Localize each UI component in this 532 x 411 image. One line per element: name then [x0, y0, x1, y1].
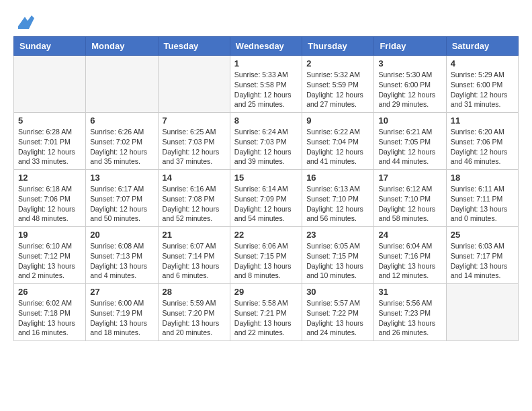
day-info: Sunrise: 6:11 AM Sunset: 7:11 PM Dayligh… [451, 184, 514, 224]
day-number: 25 [451, 230, 514, 240]
day-number: 7 [163, 116, 226, 126]
svg-marker-0 [18, 15, 34, 29]
day-info: Sunrise: 6:12 AM Sunset: 7:10 PM Dayligh… [378, 184, 441, 224]
day-number: 19 [18, 230, 81, 240]
calendar-cell: 17Sunrise: 6:12 AM Sunset: 7:10 PM Dayli… [374, 170, 446, 227]
day-info: Sunrise: 6:18 AM Sunset: 7:06 PM Dayligh… [18, 184, 81, 224]
day-number: 16 [306, 173, 369, 183]
calendar-cell: 27Sunrise: 6:00 AM Sunset: 7:19 PM Dayli… [86, 284, 158, 341]
calendar-cell: 19Sunrise: 6:10 AM Sunset: 7:12 PM Dayli… [14, 227, 86, 284]
calendar-cell: 12Sunrise: 6:18 AM Sunset: 7:06 PM Dayli… [14, 170, 86, 227]
day-info: Sunrise: 6:06 AM Sunset: 7:15 PM Dayligh… [234, 241, 298, 281]
day-info: Sunrise: 6:13 AM Sunset: 7:10 PM Dayligh… [306, 184, 369, 224]
calendar-cell: 7Sunrise: 6:25 AM Sunset: 7:03 PM Daylig… [158, 113, 230, 170]
day-info: Sunrise: 6:03 AM Sunset: 7:17 PM Dayligh… [451, 241, 514, 281]
day-info: Sunrise: 5:29 AM Sunset: 6:00 PM Dayligh… [451, 70, 514, 109]
calendar-cell [86, 56, 158, 113]
day-info: Sunrise: 6:10 AM Sunset: 7:12 PM Dayligh… [18, 241, 81, 281]
calendar-cell: 21Sunrise: 6:07 AM Sunset: 7:14 PM Dayli… [158, 227, 230, 284]
day-info: Sunrise: 6:08 AM Sunset: 7:13 PM Dayligh… [90, 241, 153, 281]
day-number: 23 [306, 230, 369, 240]
calendar-cell: 11Sunrise: 6:20 AM Sunset: 7:06 PM Dayli… [446, 113, 518, 170]
day-info: Sunrise: 5:33 AM Sunset: 5:58 PM Dayligh… [234, 70, 298, 109]
day-number: 27 [90, 287, 153, 297]
calendar-cell: 29Sunrise: 5:58 AM Sunset: 7:21 PM Dayli… [230, 284, 302, 341]
day-number: 2 [306, 58, 369, 68]
day-number: 10 [378, 116, 441, 126]
calendar-cell [446, 284, 518, 341]
day-number: 17 [378, 173, 441, 183]
day-number: 22 [234, 230, 298, 240]
calendar-cell: 13Sunrise: 6:17 AM Sunset: 7:07 PM Dayli… [86, 170, 158, 227]
day-number: 24 [378, 230, 441, 240]
calendar-cell: 8Sunrise: 6:24 AM Sunset: 7:03 PM Daylig… [230, 113, 302, 170]
calendar-cell: 10Sunrise: 6:21 AM Sunset: 7:05 PM Dayli… [374, 113, 446, 170]
calendar-cell: 16Sunrise: 6:13 AM Sunset: 7:10 PM Dayli… [302, 170, 374, 227]
calendar-cell: 25Sunrise: 6:03 AM Sunset: 7:17 PM Dayli… [446, 227, 518, 284]
calendar-cell: 22Sunrise: 6:06 AM Sunset: 7:15 PM Dayli… [230, 227, 302, 284]
calendar-cell: 28Sunrise: 5:59 AM Sunset: 7:20 PM Dayli… [158, 284, 230, 341]
day-info: Sunrise: 5:56 AM Sunset: 7:23 PM Dayligh… [378, 298, 441, 338]
calendar-week-row: 1Sunrise: 5:33 AM Sunset: 5:58 PM Daylig… [14, 56, 519, 113]
calendar-cell: 31Sunrise: 5:56 AM Sunset: 7:23 PM Dayli… [374, 284, 446, 341]
day-info: Sunrise: 6:25 AM Sunset: 7:03 PM Dayligh… [163, 127, 226, 167]
calendar-cell: 4Sunrise: 5:29 AM Sunset: 6:00 PM Daylig… [446, 56, 518, 113]
day-info: Sunrise: 6:00 AM Sunset: 7:19 PM Dayligh… [90, 298, 153, 338]
calendar-cell: 1Sunrise: 5:33 AM Sunset: 5:58 PM Daylig… [230, 56, 302, 113]
calendar-cell: 5Sunrise: 6:28 AM Sunset: 7:01 PM Daylig… [14, 113, 86, 170]
day-number: 18 [451, 173, 514, 183]
day-info: Sunrise: 6:04 AM Sunset: 7:16 PM Dayligh… [378, 241, 441, 281]
day-info: Sunrise: 6:16 AM Sunset: 7:08 PM Dayligh… [163, 184, 226, 224]
calendar-cell: 14Sunrise: 6:16 AM Sunset: 7:08 PM Dayli… [158, 170, 230, 227]
day-number: 4 [451, 58, 514, 68]
day-number: 12 [18, 173, 81, 183]
day-number: 15 [234, 173, 298, 183]
calendar-table: SundayMondayTuesdayWednesdayThursdayFrid… [13, 36, 519, 341]
day-number: 13 [90, 173, 153, 183]
calendar-cell: 26Sunrise: 6:02 AM Sunset: 7:18 PM Dayli… [14, 284, 86, 341]
calendar-week-row: 12Sunrise: 6:18 AM Sunset: 7:06 PM Dayli… [14, 170, 519, 227]
weekday-header-monday: Monday [86, 37, 158, 56]
day-info: Sunrise: 6:21 AM Sunset: 7:05 PM Dayligh… [378, 127, 441, 167]
day-info: Sunrise: 6:05 AM Sunset: 7:15 PM Dayligh… [306, 241, 369, 281]
day-info: Sunrise: 5:30 AM Sunset: 6:00 PM Dayligh… [378, 70, 441, 109]
weekday-header-friday: Friday [374, 37, 446, 56]
day-info: Sunrise: 6:22 AM Sunset: 7:04 PM Dayligh… [306, 127, 369, 167]
day-number: 30 [306, 287, 369, 297]
day-info: Sunrise: 6:24 AM Sunset: 7:03 PM Dayligh… [234, 127, 298, 167]
day-info: Sunrise: 6:20 AM Sunset: 7:06 PM Dayligh… [451, 127, 514, 167]
calendar-cell: 3Sunrise: 5:30 AM Sunset: 6:00 PM Daylig… [374, 56, 446, 113]
day-info: Sunrise: 5:58 AM Sunset: 7:21 PM Dayligh… [234, 298, 298, 338]
day-info: Sunrise: 6:28 AM Sunset: 7:01 PM Dayligh… [18, 127, 81, 167]
calendar-cell: 6Sunrise: 6:26 AM Sunset: 7:02 PM Daylig… [86, 113, 158, 170]
day-info: Sunrise: 5:57 AM Sunset: 7:22 PM Dayligh… [306, 298, 369, 338]
day-number: 11 [451, 116, 514, 126]
day-number: 21 [163, 230, 226, 240]
weekday-header-tuesday: Tuesday [158, 37, 230, 56]
calendar-cell: 9Sunrise: 6:22 AM Sunset: 7:04 PM Daylig… [302, 113, 374, 170]
day-number: 9 [306, 116, 369, 126]
page-header [13, 13, 519, 30]
day-info: Sunrise: 6:07 AM Sunset: 7:14 PM Dayligh… [163, 241, 226, 281]
weekday-header-wednesday: Wednesday [230, 37, 302, 56]
day-info: Sunrise: 5:59 AM Sunset: 7:20 PM Dayligh… [163, 298, 226, 338]
calendar-week-row: 19Sunrise: 6:10 AM Sunset: 7:12 PM Dayli… [14, 227, 519, 284]
calendar-week-row: 26Sunrise: 6:02 AM Sunset: 7:18 PM Dayli… [14, 284, 519, 341]
calendar-cell: 15Sunrise: 6:14 AM Sunset: 7:09 PM Dayli… [230, 170, 302, 227]
day-number: 1 [234, 58, 298, 68]
weekday-header-thursday: Thursday [302, 37, 374, 56]
day-info: Sunrise: 6:02 AM Sunset: 7:18 PM Dayligh… [18, 298, 81, 338]
day-number: 3 [378, 58, 441, 68]
weekday-header-sunday: Sunday [14, 37, 86, 56]
day-number: 20 [90, 230, 153, 240]
day-number: 26 [18, 287, 81, 297]
day-number: 29 [234, 287, 298, 297]
day-number: 31 [378, 287, 441, 297]
day-number: 8 [234, 116, 298, 126]
calendar-cell: 18Sunrise: 6:11 AM Sunset: 7:11 PM Dayli… [446, 170, 518, 227]
day-number: 28 [163, 287, 226, 297]
day-number: 14 [163, 173, 226, 183]
calendar-cell [158, 56, 230, 113]
calendar-cell: 30Sunrise: 5:57 AM Sunset: 7:22 PM Dayli… [302, 284, 374, 341]
calendar-cell: 20Sunrise: 6:08 AM Sunset: 7:13 PM Dayli… [86, 227, 158, 284]
